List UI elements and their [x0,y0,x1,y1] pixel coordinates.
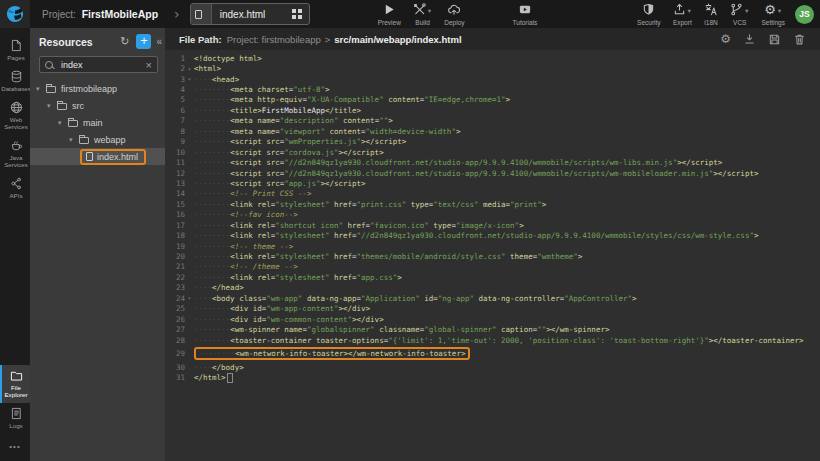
sidebar-item-apis[interactable]: APIs [0,173,30,204]
code-line[interactable]: 13········<script src="app.js"></script> [165,178,820,188]
resources-search[interactable]: × [39,56,158,73]
clear-search-icon[interactable]: × [146,60,152,70]
code-text[interactable]: ········<meta http-equiv="X-UA-Compatibl… [194,95,510,104]
code-line[interactable]: 6········<title>FirstMobileApp</title> [165,105,820,115]
code-line[interactable]: 4········<meta charset="utf-8"> [165,84,820,94]
settings-button[interactable]: ⚙ ▼ Settings [762,3,786,26]
code-text[interactable]: ········<toaster-container toaster-optio… [194,336,804,345]
code-line[interactable]: 5········<meta http-equiv="X-UA-Compatib… [165,95,820,105]
code-text[interactable]: ····</body> [194,363,244,372]
code-text[interactable]: ········<wm-spinner name="globalspinner"… [194,325,609,334]
code-line[interactable]: 14········<!-- Print CSS --> [165,189,820,199]
code-line[interactable]: 7········<meta name="description" conten… [165,116,820,126]
code-line[interactable]: 22········<link rel="stylesheet" href="a… [165,272,820,282]
code-line[interactable]: 29········<wm-network-info-toaster></wm-… [165,347,820,360]
code-text[interactable]: </html> [194,373,233,383]
code-line[interactable]: 10········<script src="cordova.js"></scr… [165,147,820,157]
code-text[interactable]: ········<link rel="stylesheet" href="//d… [194,231,758,240]
code-line[interactable]: 24▾····<body class="wm-app" data-ng-app=… [165,293,820,303]
code-text[interactable]: ········<meta name="viewport" content="w… [194,127,460,136]
code-line[interactable]: 31</html> [165,373,820,383]
preview-button[interactable]: Preview [378,3,401,26]
tree-item-webapp[interactable]: ▾ webapp [30,131,165,148]
file-tab-index-html[interactable]: index.html [190,3,310,25]
security-button[interactable]: Security [637,3,660,26]
code-text[interactable]: ········<meta name="description" content… [194,116,393,125]
code-text[interactable]: ········<link rel="shortcut icon" href="… [194,221,524,230]
code-text[interactable]: ········<div id="wm-common-content"></di… [194,315,384,324]
expander-icon[interactable]: ▾ [69,136,79,144]
sidebar-item-pages[interactable]: Pages [0,35,30,66]
sidebar-item-web-services[interactable]: Web Services [0,97,30,135]
code-line[interactable]: 17········<link rel="shortcut icon" href… [165,220,820,230]
code-line[interactable]: 23····</head> [165,283,820,293]
code-text[interactable]: ········<div id="wm-app-content"></div> [194,304,370,313]
code-line[interactable]: 26········<div id="wm-common-content"></… [165,314,820,324]
sidebar-item-java-services[interactable]: Java Services [0,135,30,173]
code-text[interactable]: <html> [194,64,221,73]
code-text[interactable]: ········<script src="wmProperties.js"></… [194,137,406,146]
download-icon[interactable] [743,33,756,46]
code-text[interactable]: ········<link rel="stylesheet" href="pri… [194,200,546,209]
code-area[interactable]: 1<!doctype html>2▾<html>3▾····<head>4···… [165,50,820,461]
code-text[interactable]: ········<script src="cordova.js"></scrip… [194,148,384,157]
sidebar-item-file-explorer[interactable]: File Explorer [0,365,30,403]
code-text[interactable]: <!doctype html> [194,54,262,63]
code-text[interactable]: ········<link rel="stylesheet" href="the… [194,252,582,261]
collapse-panel-icon[interactable]: « [156,36,162,47]
code-text[interactable]: ········<link rel="stylesheet" href="app… [194,273,402,282]
build-button[interactable]: ▼ Build [413,3,432,26]
search-input[interactable] [59,59,146,71]
expander-icon[interactable]: ▾ [36,85,46,93]
code-text[interactable]: ········<title>FirstMobileApp</title> [194,106,361,115]
code-line[interactable]: 15········<link rel="stylesheet" href="p… [165,199,820,209]
trash-icon[interactable] [793,33,806,46]
code-line[interactable]: 30····</body> [165,362,820,372]
deploy-button[interactable]: Deploy [444,3,464,26]
code-line[interactable]: 12········<script src="//d2n849qz1ya930.… [165,168,820,178]
export-button[interactable]: ▼ Export [673,3,692,26]
code-line[interactable]: 28········<toaster-container toaster-opt… [165,335,820,345]
tutorials-button[interactable]: Tutorials [513,3,538,26]
save-icon[interactable] [768,33,781,46]
code-text[interactable]: ········<!-- Print CSS --> [194,189,311,198]
add-resource-button[interactable]: + [136,34,151,49]
code-text[interactable]: ········<!-- theme --> [194,242,293,251]
code-text[interactable]: ········<meta charset="utf-8"> [194,85,329,94]
code-text[interactable]: ····<body class="wm-app" data-ng-app="Ap… [194,294,637,303]
code-line[interactable]: 2▾<html> [165,63,820,73]
code-text[interactable]: ········<!-- /theme --> [194,262,298,271]
fold-marker-icon[interactable]: ▾ [185,66,194,72]
grid-icon[interactable] [292,9,302,19]
tree-item-src[interactable]: ▾ src [30,97,165,114]
i18n-button[interactable]: i18N [704,3,718,26]
wavemaker-logo[interactable] [0,0,30,28]
code-text[interactable]: ········<!--fav icon--> [194,210,298,219]
expander-icon[interactable]: ▾ [58,119,68,127]
code-line[interactable]: 25········<div id="wm-app-content"></div… [165,304,820,314]
highlighted-code-line[interactable]: ········<wm-network-info-toaster></wm-ne… [194,347,470,360]
code-line[interactable]: 9········<script src="wmProperties.js"><… [165,137,820,147]
tree-item-main[interactable]: ▾ main [30,114,165,131]
code-text[interactable]: ········<script src="app.js"></script> [194,179,366,188]
tree-item-index-html[interactable]: index.html [30,148,165,165]
code-line[interactable]: 20········<link rel="stylesheet" href="t… [165,251,820,261]
code-line[interactable]: 8········<meta name="viewport" content="… [165,126,820,136]
fold-marker-icon[interactable]: ▾ [185,76,194,82]
refresh-icon[interactable]: ↻ [120,35,129,48]
code-line[interactable]: 11········<script src="//d2n849qz1ya930.… [165,157,820,167]
code-text[interactable]: ········<script src="//d2n849qz1ya930.cl… [194,158,722,167]
code-line[interactable]: 16········<!--fav icon--> [165,210,820,220]
code-text[interactable]: ········<script src="//d2n849qz1ya930.cl… [194,169,758,178]
fold-marker-icon[interactable]: ▾ [185,295,194,301]
code-line[interactable]: 19········<!-- theme --> [165,241,820,251]
code-line[interactable]: 27········<wm-spinner name="globalspinne… [165,324,820,334]
code-line[interactable]: 1<!doctype html> [165,53,820,63]
more-options-icon[interactable]: ••• [0,434,30,461]
user-avatar[interactable]: JS [795,5,814,24]
code-line[interactable]: 21········<!-- /theme --> [165,262,820,272]
tree-item-firstmobileapp[interactable]: ▾ firstmobileapp [30,80,165,97]
sidebar-item-databases[interactable]: Databases [0,66,30,97]
sidebar-item-logs[interactable]: Logs [0,403,30,434]
vcs-button[interactable]: ▼ VCS [730,3,749,26]
